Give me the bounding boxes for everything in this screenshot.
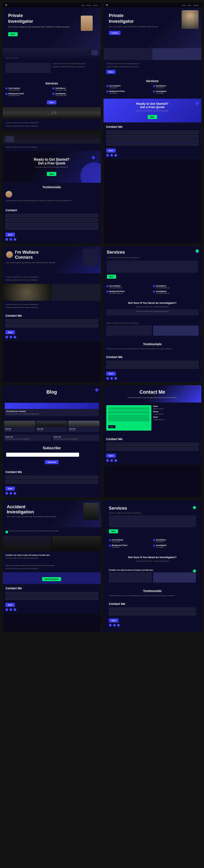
nav-home-2[interactable]: Home <box>182 4 186 6</box>
contact-name-about[interactable] <box>5 319 98 323</box>
about-text: Lorem ipsum dolor sit amet, consectetur … <box>53 63 98 65</box>
nav-home[interactable]: Home <box>81 4 85 6</box>
facebook-icon-2[interactable]: f <box>106 154 109 157</box>
twitter-icon-blog[interactable]: t <box>10 492 12 495</box>
service-text-2b: Lorem ipsum <box>156 87 166 89</box>
contact-name-accident[interactable] <box>5 592 98 595</box>
twitter-icon-contact[interactable]: t <box>110 459 113 462</box>
contact-email-accident[interactable] <box>5 596 98 600</box>
twitter-icon[interactable]: t <box>10 238 12 241</box>
accident-cta-btn[interactable]: Get a Free Quote <box>42 577 61 581</box>
dark-img-section <box>104 48 202 60</box>
nav-services[interactable]: Services <box>93 4 98 6</box>
service-dot-2a <box>106 85 108 87</box>
bio-section-2: Lorem ipsum dolor sit amet, consectetur … <box>3 301 101 311</box>
twitter-icon-about[interactable]: t <box>10 336 12 338</box>
blog-list-item-1[interactable]: Article Title Lorem ipsum dolor sit amet… <box>4 435 51 441</box>
form-field-green-3[interactable] <box>108 415 149 421</box>
facebook-icon[interactable]: f <box>5 238 8 241</box>
contact-submit-accident[interactable]: Send <box>5 603 15 607</box>
nav-about-2[interactable]: About <box>188 4 191 6</box>
contact-email-blog[interactable] <box>5 480 98 484</box>
contact-name-variant[interactable] <box>109 608 196 611</box>
srv-2: Surveillance Lorem ipsum dolor sit <box>153 285 199 289</box>
diamond-green-icon <box>195 249 199 253</box>
linkedin-icon-accident[interactable]: in <box>14 608 16 611</box>
contact-name-2[interactable] <box>106 131 199 134</box>
nav-services-2[interactable]: Services <box>193 4 199 6</box>
service-dot <box>5 93 7 95</box>
contact-submit-blog[interactable]: Send <box>5 487 15 491</box>
cta-button[interactable]: More <box>47 172 56 176</box>
featured-post-card[interactable]: The Road Less Traveled Lorem ipsum dolor… <box>5 403 99 416</box>
contact-message-field[interactable] <box>5 223 98 230</box>
blog-list-item-2[interactable]: Article Title Lorem ipsum dolor sit amet… <box>52 435 99 441</box>
contact-submit-contact[interactable]: Send <box>106 454 116 458</box>
facebook-icon-blog[interactable]: f <box>5 492 8 495</box>
contact-submit-2[interactable]: Send <box>106 149 116 153</box>
facebook-icon-about[interactable]: f <box>5 336 8 338</box>
subscribe-email-input[interactable] <box>6 453 79 457</box>
contact-email-services[interactable] <box>106 365 199 369</box>
services-variant-btn[interactable]: More <box>109 529 118 533</box>
facebook-icon-services[interactable]: f <box>106 377 109 380</box>
services-hero-btn[interactable]: More <box>107 275 116 279</box>
form-field-green-1[interactable] <box>108 407 149 410</box>
contact-email-2[interactable] <box>106 135 199 138</box>
contact-msg-2[interactable] <box>106 139 199 145</box>
nav-items: Home About Services <box>81 4 98 6</box>
service-item: Case Analysis Lorem ipsum dolor <box>5 87 51 91</box>
contact-name-contact[interactable] <box>106 443 199 446</box>
more-button[interactable]: More <box>8 32 18 36</box>
twitter-icon-accident[interactable]: t <box>10 608 12 611</box>
blog-card-2[interactable]: Post Title Lorem ipsum... <box>36 421 68 432</box>
contact-submit-about[interactable]: Send <box>5 330 15 334</box>
linkedin-icon-about[interactable]: in <box>14 336 16 338</box>
service-dot <box>52 87 54 90</box>
contact-submit-variant[interactable]: Send <box>109 618 118 623</box>
page-about: I'm Wallace Conners Donec rutrum congue … <box>3 246 101 382</box>
social-row-2: f t in <box>106 154 199 157</box>
form-submit-btn[interactable]: Send <box>108 425 115 428</box>
twitter-icon-variant[interactable]: t <box>113 624 116 627</box>
contact-submit-button[interactable]: Send <box>5 233 15 237</box>
twitter-icon-services[interactable]: t <box>110 377 113 380</box>
cta-btn-2[interactable]: More <box>148 115 157 119</box>
linkedin-icon-contact[interactable]: in <box>114 459 117 462</box>
subscribe-section: Subscribe Subscribe <box>3 442 101 468</box>
facebook-icon-contact[interactable]: f <box>106 459 109 462</box>
contact-email-field[interactable] <box>5 218 98 222</box>
service-item-2b: Surveillance Lorem ipsum <box>153 85 199 89</box>
facebook-icon-variant[interactable]: f <box>109 624 112 627</box>
contact-email-about[interactable] <box>5 324 98 327</box>
linkedin-icon-services[interactable]: in <box>114 377 117 380</box>
blog-card-3[interactable]: Post Title Lorem ipsum... <box>68 421 99 432</box>
contact-name-blog[interactable] <box>5 476 98 479</box>
services-btn[interactable]: More <box>47 100 56 104</box>
linkedin-icon-blog[interactable]: in <box>14 492 16 495</box>
contact-submit-services[interactable]: Send <box>106 372 116 376</box>
service-text-2d: Lorem ipsum <box>156 92 167 94</box>
srv-3: Background Check Lorem ipsum dolor sit <box>106 290 152 294</box>
about-btn[interactable]: More <box>106 70 116 74</box>
blog-card-1[interactable]: Post Title Lorem ipsum... <box>4 421 35 432</box>
hero-btn-2[interactable]: Contact <box>109 31 121 35</box>
contact-info-title: Name <box>153 405 199 407</box>
srv-text-2: Lorem ipsum dolor sit <box>156 287 169 289</box>
contact-name-field[interactable] <box>5 214 98 217</box>
nav-about[interactable]: About <box>87 4 91 6</box>
linkedin-icon-variant[interactable]: in <box>117 624 120 627</box>
contact-name-services[interactable] <box>106 361 199 364</box>
service-item: Background Check Lorem ipsum dolor <box>5 93 51 97</box>
subscribe-button[interactable]: Subscribe <box>45 460 58 464</box>
contact-email-variant[interactable] <box>109 612 196 615</box>
contact-email-contact[interactable] <box>106 447 199 451</box>
srv-text-4: Lorem ipsum dolor sit <box>156 292 169 294</box>
linkedin-icon[interactable]: in <box>14 238 16 241</box>
twitter-icon-2[interactable]: t <box>110 154 113 157</box>
facebook-icon-accident[interactable]: f <box>5 608 8 611</box>
form-field-green-2[interactable] <box>108 411 149 414</box>
services-list-section: Case Analysis Lorem ipsum dolor sit Surv… <box>104 282 202 299</box>
linkedin-icon-2[interactable]: in <box>114 154 117 157</box>
accident-detail-1: Donec rutrum congue leo eget malesuada. … <box>5 565 98 567</box>
